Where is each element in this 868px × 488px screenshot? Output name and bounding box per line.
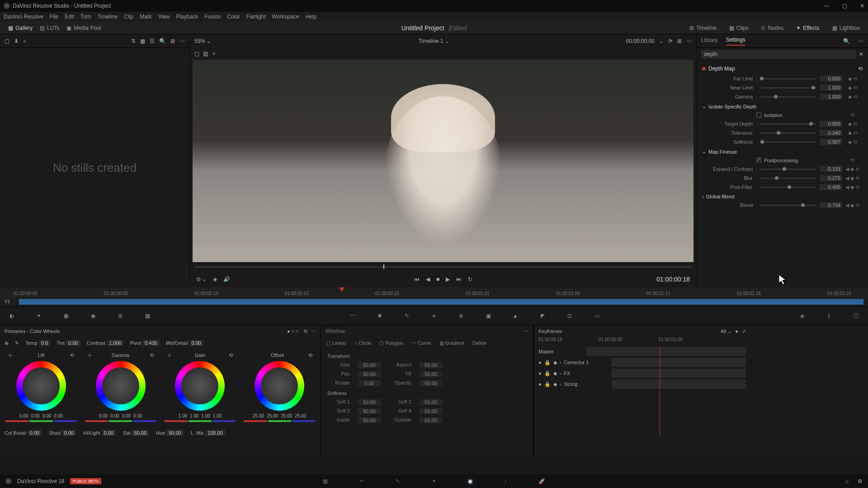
warper-icon[interactable]: ✱	[375, 311, 385, 321]
scrub-bar[interactable]	[190, 262, 696, 271]
gradient-shape[interactable]: ▥ Gradient	[439, 340, 464, 346]
rgb-icon[interactable]: ⊞	[115, 311, 125, 321]
sizing-icon[interactable]: ⊡	[565, 311, 575, 321]
curve-shape[interactable]: 〰 Curve	[411, 340, 431, 346]
fusion-page-icon[interactable]: ✦	[432, 478, 436, 484]
compare-icon[interactable]: ⊞	[170, 38, 175, 44]
mute-icon[interactable]: 🔊	[223, 276, 230, 282]
effects-button[interactable]: ✦ Effects	[793, 23, 823, 33]
reset-icon[interactable]: ⟲	[229, 352, 233, 358]
curves-icon[interactable]: ◐	[7, 311, 17, 321]
color-page-icon[interactable]: ◉	[468, 478, 472, 484]
more-icon[interactable]: ⋯	[179, 38, 185, 44]
last-frame-icon[interactable]: ⏭	[456, 276, 462, 282]
target-depth-slider[interactable]	[760, 123, 816, 125]
grid-icon[interactable]: ▦	[140, 38, 145, 44]
dots-icon[interactable]: ● ○ ○	[287, 328, 299, 334]
timeline-track[interactable]: V1	[0, 299, 868, 306]
global-blend-group[interactable]: › Global Blend	[702, 192, 863, 201]
dot-icon[interactable]: ●	[735, 328, 738, 334]
reset-icon[interactable]: ⟲	[303, 328, 307, 334]
tolerance-slider[interactable]	[760, 132, 816, 134]
timeline-ruler[interactable]: 01:00:00:00 01:00:00:05 01:00:00:10 01:0…	[0, 287, 868, 299]
menu-item[interactable]: Workspace	[272, 14, 299, 20]
menu-item[interactable]: Mark	[140, 14, 152, 20]
first-frame-icon[interactable]: ⏮	[414, 276, 420, 282]
enable-dot-icon[interactable]	[702, 67, 706, 70]
info-icon[interactable]: ⓘ	[851, 311, 861, 321]
softness-slider[interactable]	[760, 141, 816, 143]
gamma-wheel[interactable]	[96, 361, 146, 411]
play-icon[interactable]: ▶	[446, 276, 450, 282]
reset-icon[interactable]: ⟲	[858, 66, 863, 72]
post-filter-slider[interactable]	[760, 187, 816, 188]
curve-icon[interactable]: 〰	[348, 311, 358, 321]
more-icon[interactable]: ⋯	[523, 328, 528, 334]
luts-button[interactable]: ▤ LUTs	[36, 23, 63, 33]
keyframe-icon[interactable]: ◈	[797, 311, 807, 321]
gain-wheel[interactable]	[175, 361, 225, 411]
more-icon[interactable]: ⋯	[311, 328, 316, 334]
chevron-down-icon[interactable]: ⌄	[659, 38, 664, 44]
isolation-checkbox[interactable]	[756, 113, 761, 117]
scopes-icon[interactable]: ⫿	[824, 311, 834, 321]
polygon-shape[interactable]: ⬠ Polygon	[379, 340, 403, 346]
view-mode-icon[interactable]: ⊞	[677, 38, 682, 44]
search-input[interactable]	[701, 50, 856, 59]
key-icon[interactable]: ◤	[538, 311, 547, 321]
qualifier-icon[interactable]: ✎	[402, 311, 412, 321]
maximize-icon[interactable]: ▢	[842, 3, 847, 9]
home-icon[interactable]: ⌂	[845, 478, 849, 484]
depth-map-header[interactable]: Depth Map ⟲	[702, 63, 863, 74]
more-icon[interactable]: ⋯	[858, 38, 863, 44]
gallery-button[interactable]: ▦ Gallery	[5, 23, 36, 33]
menu-item[interactable]: Clip	[124, 14, 133, 20]
deliver-page-icon[interactable]: 🚀	[538, 478, 545, 484]
menu-item[interactable]: Trim	[80, 14, 91, 20]
gamma-slider[interactable]	[760, 96, 816, 98]
menu-item[interactable]: Fairlight	[246, 14, 266, 20]
timeline-button[interactable]: ⊞ Timeline	[686, 23, 720, 33]
linear-shape[interactable]: ▢ Linear	[326, 340, 346, 346]
lightbox-button[interactable]: ▦ Lightbox	[829, 23, 863, 33]
postprocessing-checkbox[interactable]	[756, 158, 761, 163]
reset-icon[interactable]: ⟲	[150, 352, 154, 358]
tab-settings[interactable]: Settings	[726, 37, 745, 46]
isolate-group[interactable]: ⌄ Isolate Specific Depth	[702, 101, 863, 111]
more-icon[interactable]: ⋯	[686, 38, 692, 44]
minimize-icon[interactable]: —	[824, 3, 830, 9]
window-icon[interactable]: ○	[429, 311, 439, 321]
gamma-picker-icon[interactable]: ⊹	[88, 352, 92, 358]
picker-icon[interactable]: ⊕	[5, 340, 9, 346]
menu-item[interactable]: DaVinci Resolve	[4, 14, 43, 20]
gain-picker-icon[interactable]: ⊹	[167, 352, 171, 358]
log-icon[interactable]: ▦	[142, 311, 152, 321]
wand-icon[interactable]: ✧	[212, 51, 216, 57]
blur-icon[interactable]: ▲	[510, 311, 520, 321]
circle-shape[interactable]: ○ Circle	[354, 340, 372, 346]
media-page-icon[interactable]: ▦	[323, 478, 328, 484]
reset-icon[interactable]: ⟲	[308, 352, 312, 358]
stop-icon[interactable]: ■	[436, 276, 439, 282]
clips-button[interactable]: ▦ Clips	[726, 23, 752, 33]
playhead-icon[interactable]	[339, 287, 344, 292]
timecode-head[interactable]: 00:00:00:00	[626, 38, 655, 44]
search-icon[interactable]: 🔍	[159, 38, 166, 44]
menu-item[interactable]: Playback	[176, 14, 198, 20]
wheels-icon[interactable]: ◎	[61, 311, 71, 321]
fairlight-page-icon[interactable]: ♪	[504, 478, 507, 484]
clear-icon[interactable]: ✕	[859, 51, 863, 57]
keyframe-playhead[interactable]	[660, 346, 660, 436]
lift-picker-icon[interactable]: ⊹	[8, 352, 12, 358]
map-finesse-group[interactable]: ⌄ Map Finesse	[702, 146, 863, 156]
bypass-icon[interactable]: ⊘ ⌄	[196, 276, 207, 282]
menu-item[interactable]: Edit	[65, 14, 74, 20]
menu-item[interactable]: File	[50, 14, 58, 20]
kf-all-dropdown[interactable]: All ⌄	[721, 328, 731, 334]
menu-item[interactable]: View	[158, 14, 170, 20]
delete-button[interactable]: Delete	[472, 340, 487, 346]
tab-library[interactable]: Library	[701, 37, 718, 45]
zoom-dropdown[interactable]: 55% ⌄	[194, 38, 211, 44]
search-icon[interactable]: 🔍	[843, 38, 850, 44]
near-limit-slider[interactable]	[760, 87, 816, 89]
